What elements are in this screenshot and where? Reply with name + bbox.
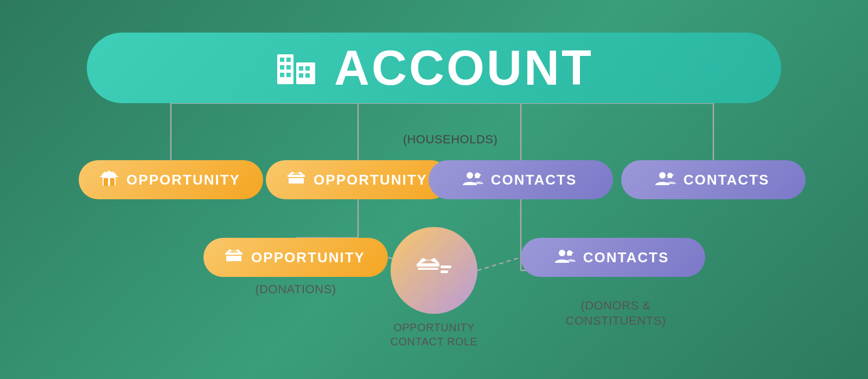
contacts2-label: CONTACTS (684, 172, 770, 188)
svg-rect-15 (286, 58, 291, 62)
contacts3-icon (555, 248, 576, 268)
ocr-icon (415, 256, 453, 285)
households-label: (HOUSEHOLDS) (380, 132, 521, 147)
svg-rect-21 (305, 66, 310, 71)
account-icon (275, 43, 318, 92)
svg-marker-38 (226, 249, 241, 252)
svg-rect-39 (225, 252, 242, 255)
opportunity3-icon (224, 248, 244, 267)
svg-rect-19 (286, 73, 291, 77)
svg-marker-27 (289, 172, 304, 175)
opportunity3-label: OPPORTUNITY (251, 249, 365, 266)
svg-rect-14 (280, 58, 284, 62)
svg-rect-29 (289, 178, 304, 184)
svg-rect-24 (104, 178, 108, 186)
donations-label: (DONATIONS) (212, 282, 380, 296)
opportunity3-pill: OPPORTUNITY (203, 238, 388, 277)
opportunity2-label: OPPORTUNITY (314, 172, 427, 188)
account-pill: ACCOUNT (87, 33, 781, 103)
svg-line-11 (477, 257, 521, 270)
svg-point-30 (467, 172, 473, 179)
ocr-label: OPPORTUNITY CONTACT ROLE (369, 320, 499, 349)
contacts1-label: CONTACTS (491, 172, 577, 188)
svg-rect-48 (567, 252, 573, 253)
svg-rect-22 (299, 73, 303, 78)
svg-point-46 (559, 250, 565, 256)
svg-rect-28 (288, 175, 305, 177)
svg-rect-42 (417, 263, 439, 267)
svg-rect-37 (667, 177, 672, 178)
account-title: ACCOUNT (334, 40, 593, 96)
contacts3-pill: CONTACTS (521, 238, 705, 277)
opportunity1-icon (99, 170, 119, 190)
svg-rect-32 (475, 174, 481, 175)
contacts2-pill: CONTACTS (621, 160, 806, 199)
svg-rect-36 (667, 174, 674, 175)
donors-label: (DONORS & CONSTITUENTS) (534, 282, 697, 329)
svg-marker-41 (418, 258, 439, 263)
svg-rect-44 (441, 266, 451, 268)
svg-rect-43 (418, 268, 438, 270)
svg-rect-45 (441, 270, 448, 273)
svg-rect-20 (299, 66, 303, 71)
ocr-circle (391, 227, 477, 314)
contacts1-icon (463, 170, 483, 190)
svg-rect-25 (110, 178, 114, 186)
svg-rect-49 (567, 255, 572, 256)
svg-rect-17 (286, 65, 291, 70)
svg-rect-16 (280, 65, 284, 70)
svg-rect-23 (305, 73, 310, 78)
contacts3-label: CONTACTS (583, 249, 669, 266)
svg-rect-33 (475, 177, 480, 178)
opportunity1-pill: OPPORTUNITY (79, 160, 263, 199)
opportunity2-icon (286, 170, 306, 190)
contacts2-icon (655, 170, 676, 190)
contacts1-pill: CONTACTS (429, 160, 613, 199)
svg-rect-18 (280, 73, 284, 77)
svg-point-34 (659, 172, 666, 179)
diagram-container: ACCOUNT (HOUSEHOLDS) OPPORTUNITY OPPORTU… (0, 0, 868, 379)
svg-rect-40 (226, 256, 241, 261)
opportunity1-label: OPPORTUNITY (126, 172, 240, 188)
svg-rect-12 (277, 54, 293, 84)
opportunity2-pill: OPPORTUNITY (266, 160, 450, 199)
